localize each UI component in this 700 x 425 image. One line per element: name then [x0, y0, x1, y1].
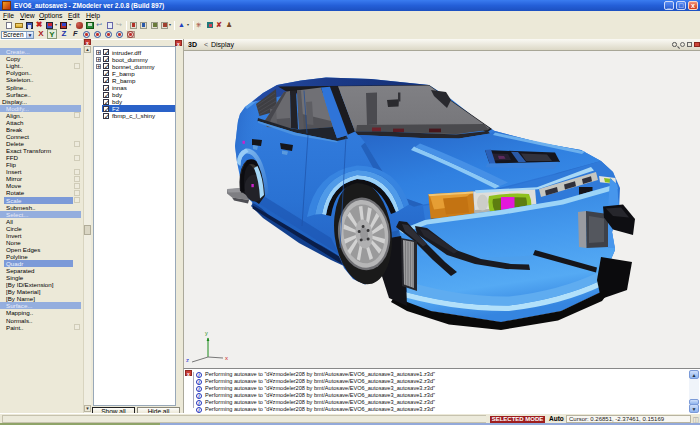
- svg-text:y: y: [205, 330, 208, 336]
- svg-text:z: z: [186, 357, 189, 363]
- svg-text:x: x: [225, 355, 228, 361]
